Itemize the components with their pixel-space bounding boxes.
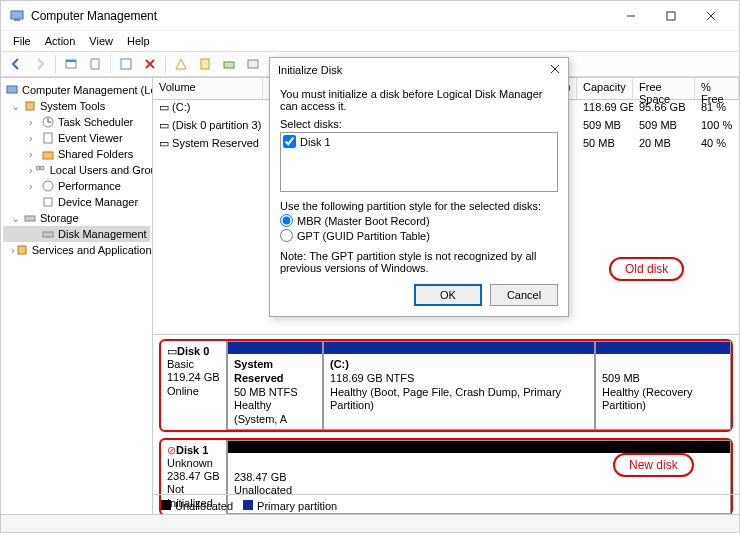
app-icon (9, 8, 25, 24)
col-volume[interactable]: Volume (153, 78, 263, 99)
svg-rect-8 (91, 59, 99, 69)
vol-name: (Disk 0 partition 3) (172, 119, 261, 131)
tree-device-manager[interactable]: Device Manager (3, 194, 150, 210)
tree-performance[interactable]: ›Performance (3, 178, 150, 194)
tree-task-scheduler[interactable]: ›Task Scheduler (3, 114, 150, 130)
cancel-button[interactable]: Cancel (490, 284, 558, 306)
svg-rect-25 (44, 198, 52, 206)
svg-point-24 (43, 181, 53, 191)
tree-disk-management[interactable]: Disk Management (3, 226, 150, 242)
dialog-message: You must initialize a disk before Logica… (280, 88, 558, 112)
tree-label: Services and Applications (32, 244, 153, 256)
svg-rect-9 (121, 59, 131, 69)
tree-pane: Computer Management (Local ⌄System Tools… (1, 78, 153, 514)
window-title: Computer Management (31, 9, 611, 23)
svg-rect-3 (667, 12, 675, 20)
part-size: 118.69 GB NTFS (330, 372, 414, 384)
gpt-radio-input[interactable] (280, 229, 293, 242)
disk-size: 238.47 GB (167, 470, 220, 482)
tree-system-tools[interactable]: ⌄System Tools (3, 98, 150, 114)
menu-file[interactable]: File (7, 33, 37, 49)
disk0-box[interactable]: ▭Disk 0 Basic 119.24 GB Online System Re… (159, 339, 733, 432)
gpt-label: GPT (GUID Partition Table) (297, 230, 430, 242)
disk-size: 119.24 GB (167, 371, 220, 383)
tree-root[interactable]: Computer Management (Local (3, 82, 150, 98)
vol-cap: 118.69 GB (577, 100, 633, 118)
drive-icon: ▭ (159, 101, 172, 113)
maximize-button[interactable] (651, 2, 691, 30)
partition-c[interactable]: (C:)118.69 GB NTFSHealthy (Boot, Page Fi… (323, 341, 595, 430)
gpt-radio[interactable]: GPT (GUID Partition Table) (280, 229, 558, 242)
part-size: 50 MB NTFS (234, 386, 298, 398)
svg-point-22 (36, 166, 40, 170)
partition-recovery[interactable]: 509 MBHealthy (Recovery Partition) (595, 341, 731, 430)
minimize-button[interactable] (611, 2, 651, 30)
svg-rect-13 (224, 62, 234, 68)
tree-label: Event Viewer (58, 132, 123, 144)
mbr-radio-input[interactable] (280, 214, 293, 227)
disk-status: Online (167, 385, 199, 397)
disk1-checkbox[interactable] (283, 135, 296, 148)
disk-name: Disk 1 (176, 444, 208, 456)
forward-button[interactable] (29, 53, 51, 75)
menu-action[interactable]: Action (39, 33, 82, 49)
disk-name: Disk 0 (177, 345, 209, 357)
menu-view[interactable]: View (83, 33, 119, 49)
col-capacity[interactable]: Capacity (577, 78, 633, 99)
dialog-title: Initialize Disk (278, 64, 342, 76)
vol-free: 509 MB (633, 118, 695, 136)
delete-button[interactable] (139, 53, 161, 75)
swatch-unallocated (161, 500, 171, 510)
col-pct[interactable]: % Free (695, 78, 739, 99)
drive-icon: ▭ (159, 119, 172, 131)
vol-cap: 509 MB (577, 118, 633, 136)
disk-list-item[interactable]: Disk 1 (283, 135, 555, 148)
svg-point-23 (40, 166, 44, 170)
back-button[interactable] (5, 53, 27, 75)
statusbar (1, 514, 739, 532)
tree-label: Local Users and Groups (50, 164, 153, 176)
disk0-label: ▭Disk 0 Basic 119.24 GB Online (161, 341, 227, 430)
dialog-close-button[interactable] (550, 64, 560, 76)
up-button[interactable] (60, 53, 82, 75)
tree-event-viewer[interactable]: ›Event Viewer (3, 130, 150, 146)
menubar: File Action View Help (1, 31, 739, 51)
vol-pct: 40 % (695, 136, 739, 154)
tree-shared-folders[interactable]: ›Shared Folders (3, 146, 150, 162)
legend: Unallocated Primary partition (153, 494, 739, 514)
menu-help[interactable]: Help (121, 33, 156, 49)
vol-name: (C:) (172, 101, 190, 113)
disk1-label: Disk 1 (300, 136, 331, 148)
initialize-disk-dialog: Initialize Disk You must initialize a di… (269, 57, 569, 317)
disk-area: ▭Disk 0 Basic 119.24 GB Online System Re… (153, 334, 739, 514)
vol-free: 20 MB (633, 136, 695, 154)
svg-rect-1 (14, 19, 20, 21)
col-free[interactable]: Free Space (633, 78, 695, 99)
tb-btn-5[interactable] (170, 53, 192, 75)
part-title: (C:) (330, 358, 349, 370)
partition-system-reserved[interactable]: System Reserved50 MB NTFSHealthy (System… (227, 341, 323, 430)
tree-local-users[interactable]: ›Local Users and Groups (3, 162, 150, 178)
part-title: System Reserved (234, 358, 284, 384)
svg-rect-27 (43, 232, 53, 237)
tree-services[interactable]: ›Services and Applications (3, 242, 150, 258)
part-status: Healthy (Boot, Page File, Crash Dump, Pr… (330, 386, 561, 412)
svg-rect-12 (201, 59, 209, 69)
mbr-radio[interactable]: MBR (Master Boot Record) (280, 214, 558, 227)
tb-btn-7[interactable] (218, 53, 240, 75)
tb-btn-6[interactable] (194, 53, 216, 75)
refresh-button[interactable] (115, 53, 137, 75)
properties-button[interactable] (84, 53, 106, 75)
titlebar: Computer Management (1, 1, 739, 31)
dialog-select-label: Select disks: (280, 118, 558, 130)
ok-button[interactable]: OK (414, 284, 482, 306)
disk-list[interactable]: Disk 1 (280, 132, 558, 192)
svg-rect-20 (44, 133, 52, 143)
tb-btn-8[interactable] (242, 53, 264, 75)
tree-label: Task Scheduler (58, 116, 133, 128)
close-button[interactable] (691, 2, 731, 30)
part-size: 238.47 GB (234, 471, 287, 483)
swatch-primary (243, 500, 253, 510)
tree-storage[interactable]: ⌄Storage (3, 210, 150, 226)
drive-icon: ▭ (159, 137, 172, 149)
